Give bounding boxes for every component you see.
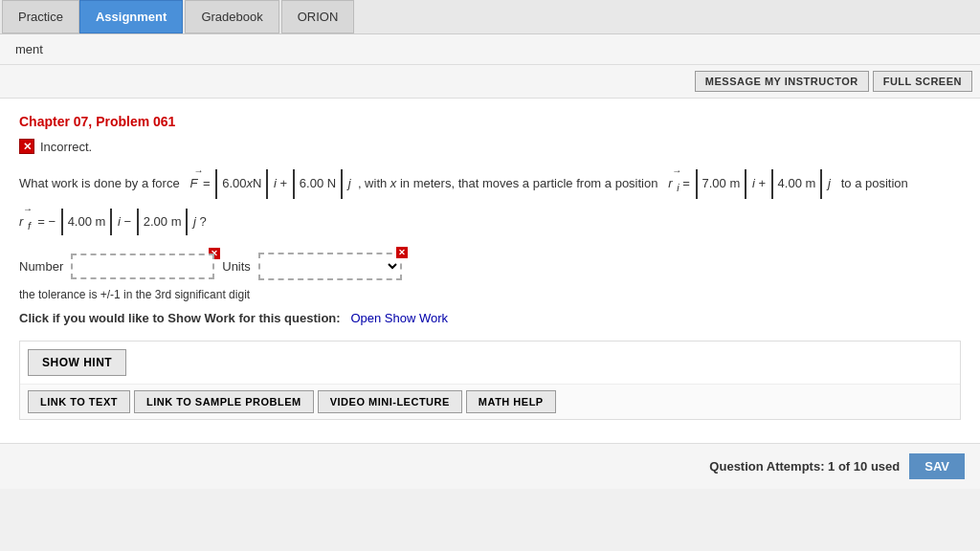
show-hint-button[interactable]: SHOW HINT: [28, 349, 126, 376]
footer: Question Attempts: 1 of 10 used SAV: [0, 443, 980, 489]
rf-equation: → r f = − 4.00 m i − 2.00 m j ?: [19, 209, 961, 236]
hint-section: SHOW HINT LINK TO TEXT LINK TO SAMPLE PR…: [19, 341, 961, 420]
answer-area: Number ✕ Units ✕ J N W: [19, 253, 961, 280]
tab-orion[interactable]: ORION: [281, 0, 355, 33]
math-help-button[interactable]: MATH HELP: [466, 390, 556, 413]
question-mid: , with x in meters, that moves a particl…: [354, 176, 664, 190]
units-select[interactable]: J N W: [258, 253, 402, 280]
incorrect-icon: ✕: [19, 139, 34, 154]
problem-statement: What work is done by a force → F = 6.00x…: [19, 169, 961, 199]
question-intro: What work is done by a force: [19, 176, 187, 190]
attempts-text: Question Attempts: 1 of 10 used: [709, 459, 900, 474]
link-to-sample-button[interactable]: LINK TO SAMPLE PROBLEM: [134, 390, 314, 413]
number-input[interactable]: [71, 253, 214, 279]
resource-buttons: LINK TO TEXT LINK TO SAMPLE PROBLEM VIDE…: [20, 384, 960, 419]
units-error-icon: ✕: [396, 247, 408, 258]
page-subtitle: ment: [0, 34, 980, 65]
fullscreen-button[interactable]: FULL SCREEN: [873, 71, 972, 92]
video-mini-lecture-button[interactable]: VIDEO MINI-LECTURE: [318, 390, 462, 413]
top-navigation: Practice Assignment Gradebook ORION: [0, 0, 980, 34]
show-work-line: Click if you would like to Show Work for…: [19, 311, 961, 325]
units-input-wrapper: ✕ J N W: [258, 253, 402, 280]
tab-gradebook[interactable]: Gradebook: [185, 0, 278, 33]
ri-equation: → r i = 7.00 m i + 4.00 m j: [668, 176, 834, 190]
question-end: to a position: [835, 176, 908, 190]
units-label: Units: [222, 259, 251, 274]
header-bar: MESSAGE MY INSTRUCTOR FULL SCREEN: [0, 65, 980, 99]
status-text: Incorrect.: [40, 140, 92, 154]
message-instructor-button[interactable]: MESSAGE MY INSTRUCTOR: [695, 71, 869, 92]
tab-practice[interactable]: Practice: [2, 0, 79, 33]
open-show-work-link[interactable]: Open Show Work: [350, 311, 448, 325]
show-work-prompt: Click if you would like to Show Work for…: [19, 311, 341, 325]
force-equation: → F = 6.00x N i + 6.00 N j: [189, 176, 354, 190]
number-label: Number: [19, 259, 63, 274]
tolerance-text: the tolerance is +/-1 in the 3rd signifi…: [19, 288, 961, 301]
save-button[interactable]: SAV: [909, 453, 965, 479]
link-to-text-button[interactable]: LINK TO TEXT: [28, 390, 130, 413]
status-badge: ✕ Incorrect.: [19, 139, 961, 154]
problem-title: Chapter 07, Problem 061: [19, 114, 961, 129]
main-content: Chapter 07, Problem 061 ✕ Incorrect. Wha…: [0, 99, 980, 443]
number-input-wrapper: ✕: [71, 253, 214, 279]
tab-assignment[interactable]: Assignment: [79, 0, 183, 33]
